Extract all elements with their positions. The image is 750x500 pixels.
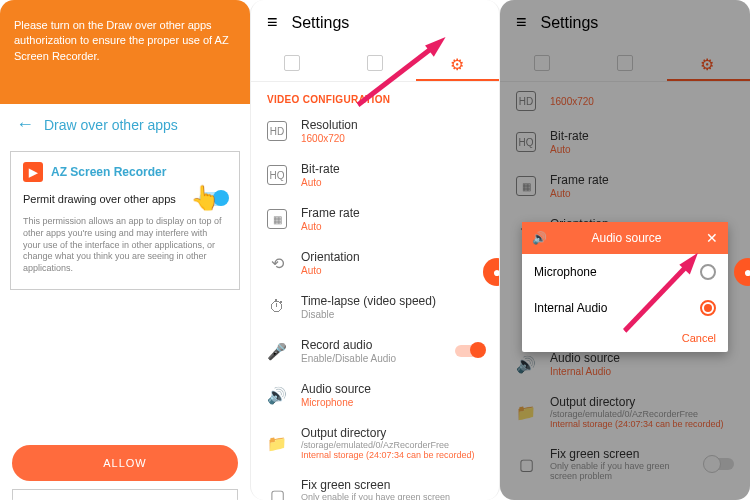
- item-audio-source[interactable]: 🔊Audio sourceMicrophone: [251, 373, 499, 417]
- dialog-speaker-icon: 🔊: [532, 231, 547, 245]
- settings-header: ≡ Settings: [251, 0, 499, 45]
- allow-button[interactable]: ALLOW: [12, 445, 238, 481]
- close-icon[interactable]: ✕: [706, 230, 718, 246]
- item-timelapse[interactable]: ⏱Time-lapse (video speed)Disable: [251, 285, 499, 329]
- permission-card: ▶ AZ Screen Recorder Permit drawing over…: [10, 151, 240, 289]
- image-icon: [367, 55, 383, 71]
- gear-icon: [450, 55, 466, 71]
- record-audio-switch[interactable]: [455, 345, 483, 357]
- permit-label: Permit drawing over other apps: [23, 193, 176, 205]
- radio-internal-audio[interactable]: [700, 300, 716, 316]
- radio-microphone[interactable]: [700, 264, 716, 280]
- video-icon: [284, 55, 300, 71]
- bitrate-icon: HQ: [267, 165, 287, 185]
- item-fix-green[interactable]: ▢Fix green screenOnly enable if you have…: [251, 469, 499, 500]
- item-resolution[interactable]: HDResolution1600x720: [251, 109, 499, 153]
- tabs: [251, 45, 499, 82]
- permission-banner: Please turn on the Draw over other apps …: [0, 0, 250, 104]
- orientation-icon: ⟲: [267, 253, 287, 273]
- draw-over-header: ← Draw over other apps: [0, 104, 250, 145]
- mic-icon: 🎤: [267, 341, 287, 361]
- item-bitrate[interactable]: HQBit-rateAuto: [251, 153, 499, 197]
- menu-icon[interactable]: ≡: [267, 12, 278, 33]
- tab-video[interactable]: [251, 45, 334, 81]
- option-internal-audio[interactable]: Internal Audio: [522, 290, 728, 326]
- resolution-icon: HD: [267, 121, 287, 141]
- page-title: Settings: [292, 14, 350, 32]
- app-name: AZ Screen Recorder: [51, 165, 166, 179]
- speaker-icon: 🔊: [267, 385, 287, 405]
- item-output-dir[interactable]: 📁Output directory/storage/emulated/0/AzR…: [251, 417, 499, 469]
- section-video-config: VIDEO CONFIGURATION: [251, 82, 499, 109]
- folder-icon: 📁: [267, 433, 287, 453]
- item-framerate[interactable]: ▦Frame rateAuto: [251, 197, 499, 241]
- timelapse-icon: ⏱: [267, 297, 287, 317]
- tab-image[interactable]: [334, 45, 417, 81]
- audio-source-dialog: 🔊Audio source✕ Microphone Internal Audio…: [522, 222, 728, 352]
- screen-icon: ▢: [267, 485, 287, 500]
- permission-description: This permission allows an app to display…: [23, 216, 227, 274]
- use-notification-button[interactable]: USE NOTIFICATION TO RECORD: [12, 489, 238, 500]
- framerate-icon: ▦: [267, 209, 287, 229]
- option-microphone[interactable]: Microphone: [522, 254, 728, 290]
- draw-over-title: Draw over other apps: [44, 117, 178, 133]
- permit-toggle[interactable]: [199, 192, 227, 206]
- back-icon[interactable]: ←: [16, 114, 34, 135]
- dialog-title: Audio source: [591, 231, 661, 245]
- app-row: ▶ AZ Screen Recorder: [23, 162, 227, 182]
- item-record-audio[interactable]: 🎤Record audioEnable/Disable Audio: [251, 329, 499, 373]
- tab-settings[interactable]: [416, 45, 499, 81]
- app-icon: ▶: [23, 162, 43, 182]
- item-orientation[interactable]: ⟲OrientationAuto: [251, 241, 499, 285]
- cancel-button[interactable]: Cancel: [522, 326, 728, 352]
